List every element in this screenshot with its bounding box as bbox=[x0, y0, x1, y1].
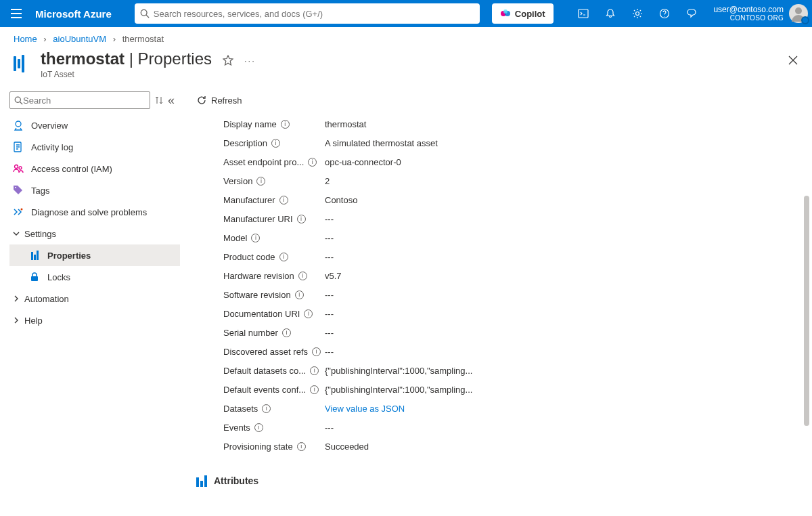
nav-section-help[interactable]: Help bbox=[9, 309, 180, 331]
breadcrumb-parent[interactable]: aioUbuntuVM bbox=[53, 34, 106, 44]
svg-rect-16 bbox=[31, 276, 38, 281]
global-search-input[interactable] bbox=[154, 9, 474, 19]
prop-default-events-config: Default events conf...i {"publishingInte… bbox=[223, 380, 812, 399]
search-icon bbox=[140, 9, 150, 18]
gear-icon bbox=[632, 8, 643, 19]
info-icon[interactable]: i bbox=[304, 309, 313, 318]
user-org: CONTOSO ORG bbox=[713, 14, 784, 22]
copilot-icon bbox=[500, 8, 511, 19]
nav-properties[interactable]: Properties bbox=[9, 244, 180, 266]
nav-section-automation[interactable]: Automation bbox=[9, 288, 180, 309]
tags-icon bbox=[12, 185, 24, 196]
page-header: thermostat | Properties IoT Asset ··· bbox=[0, 48, 812, 87]
nav-collapse-button[interactable]: « bbox=[168, 93, 175, 108]
sort-icon bbox=[156, 96, 162, 104]
settings-button[interactable] bbox=[624, 0, 651, 27]
info-icon[interactable]: i bbox=[297, 215, 306, 223]
svg-point-8 bbox=[795, 7, 802, 14]
info-icon[interactable]: i bbox=[279, 253, 288, 261]
chevron-down-icon bbox=[12, 230, 20, 238]
info-icon[interactable]: i bbox=[279, 196, 288, 205]
brand-label[interactable]: Microsoft Azure bbox=[32, 8, 120, 20]
prop-documentation-uri: Documentation URIi --- bbox=[223, 304, 812, 323]
cloud-shell-button[interactable] bbox=[570, 0, 597, 27]
info-icon[interactable]: i bbox=[295, 291, 304, 299]
search-icon bbox=[14, 96, 23, 105]
chevron-right-icon bbox=[12, 316, 20, 324]
prop-datasets: Datasetsi View value as JSON bbox=[223, 399, 812, 418]
prop-version: Versioni 2 bbox=[223, 171, 812, 190]
breadcrumb-current: thermostat bbox=[122, 34, 164, 44]
scrollbar[interactable] bbox=[804, 196, 809, 426]
svg-point-6 bbox=[636, 12, 639, 16]
breadcrumb-home[interactable]: Home bbox=[14, 34, 37, 44]
copilot-button[interactable]: Copilot bbox=[492, 3, 554, 24]
cloud-shell-icon bbox=[578, 8, 589, 19]
info-icon[interactable]: i bbox=[254, 423, 263, 432]
info-icon[interactable]: i bbox=[256, 177, 265, 186]
notifications-button[interactable] bbox=[597, 0, 624, 27]
info-icon[interactable]: i bbox=[251, 234, 260, 242]
user-email: user@contoso.com bbox=[713, 5, 784, 14]
copilot-label: Copilot bbox=[515, 9, 545, 19]
diagnose-icon bbox=[12, 207, 24, 217]
info-icon[interactable]: i bbox=[310, 366, 319, 375]
nav-access-control[interactable]: Access control (IAM) bbox=[9, 158, 180, 179]
attributes-icon bbox=[196, 475, 207, 487]
svg-point-0 bbox=[141, 9, 147, 16]
info-icon[interactable]: i bbox=[308, 158, 317, 167]
view-datasets-json-link[interactable]: View value as JSON bbox=[325, 404, 405, 414]
prop-default-datasets-config: Default datasets co...i {"publishingInte… bbox=[223, 361, 812, 380]
favorite-button[interactable] bbox=[223, 55, 233, 66]
hamburger-menu[interactable] bbox=[0, 0, 32, 27]
info-icon[interactable]: i bbox=[297, 442, 306, 451]
avatar bbox=[789, 4, 808, 23]
info-icon[interactable]: i bbox=[310, 385, 319, 394]
prop-display-name: Display namei thermostat bbox=[223, 114, 812, 133]
prop-manufacturer-uri: Manufacturer URIi --- bbox=[223, 209, 812, 228]
chevron-right-icon bbox=[12, 295, 20, 303]
toolbar: Refresh bbox=[196, 91, 812, 113]
resource-nav: « Overview Activity log Access control (… bbox=[0, 87, 180, 516]
nav-section-settings[interactable]: Settings bbox=[9, 223, 180, 244]
nav-locks[interactable]: Locks bbox=[9, 266, 180, 288]
nav-overview[interactable]: Overview bbox=[9, 114, 180, 136]
help-button[interactable] bbox=[651, 0, 678, 27]
prop-hardware-revision: Hardware revisioni v5.7 bbox=[223, 266, 812, 285]
content-area: Refresh Display namei thermostat Descrip… bbox=[180, 87, 812, 516]
properties-icon bbox=[28, 251, 41, 260]
refresh-icon bbox=[196, 95, 207, 106]
more-button[interactable]: ··· bbox=[244, 56, 256, 66]
prop-description: Descriptioni A simulated thermostat asse… bbox=[223, 133, 812, 152]
info-icon[interactable]: i bbox=[271, 139, 280, 148]
prop-provisioning-state: Provisioning statei Succeeded bbox=[223, 437, 812, 456]
iam-icon bbox=[12, 163, 24, 174]
nav-diagnose[interactable]: Diagnose and solve problems bbox=[9, 201, 180, 223]
nav-activity-log[interactable]: Activity log bbox=[9, 136, 180, 158]
svg-point-9 bbox=[15, 97, 20, 102]
info-icon[interactable]: i bbox=[312, 347, 321, 356]
info-icon[interactable]: i bbox=[262, 404, 271, 413]
prop-model: Modeli --- bbox=[223, 228, 812, 247]
nav-sort-button[interactable] bbox=[156, 96, 162, 104]
refresh-button[interactable]: Refresh bbox=[196, 95, 242, 106]
close-button[interactable] bbox=[788, 55, 798, 66]
prop-events: Eventsi --- bbox=[223, 418, 812, 437]
user-menu[interactable]: user@contoso.com CONTOSO ORG bbox=[705, 0, 812, 27]
svg-point-13 bbox=[19, 167, 22, 169]
attributes-section-header: Attributes bbox=[196, 475, 812, 487]
lock-badge-icon bbox=[801, 16, 809, 24]
info-icon[interactable]: i bbox=[281, 120, 290, 129]
nav-tags[interactable]: Tags bbox=[9, 179, 180, 201]
info-icon[interactable]: i bbox=[298, 272, 307, 280]
info-icon[interactable]: i bbox=[282, 328, 291, 337]
prop-software-revision: Software revisioni --- bbox=[223, 285, 812, 304]
prop-discovered-refs: Discovered asset refsi --- bbox=[223, 342, 812, 361]
nav-search-input[interactable] bbox=[23, 95, 145, 106]
nav-search[interactable] bbox=[9, 91, 150, 109]
prop-product-code: Product codei --- bbox=[223, 247, 812, 266]
prop-manufacturer: Manufactureri Contoso bbox=[223, 190, 812, 209]
feedback-button[interactable] bbox=[678, 0, 705, 27]
global-search[interactable] bbox=[135, 3, 480, 24]
hamburger-icon bbox=[11, 9, 22, 18]
